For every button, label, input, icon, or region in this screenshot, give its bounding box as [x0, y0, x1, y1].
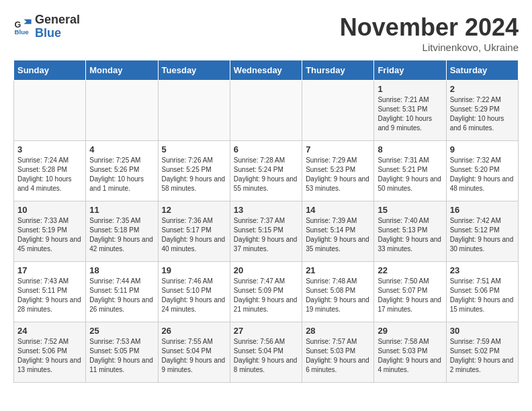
day-info: Sunrise: 7:47 AM Sunset: 5:09 PM Dayligh… — [234, 277, 298, 314]
month-title: November 2024 — [340, 13, 519, 42]
table-row — [86, 81, 158, 141]
day-number: 25 — [89, 326, 154, 336]
day-number: 30 — [450, 326, 515, 336]
table-row: 25Sunrise: 7:53 AM Sunset: 5:05 PM Dayli… — [86, 322, 158, 383]
day-number: 11 — [89, 205, 154, 215]
day-info: Sunrise: 7:28 AM Sunset: 5:24 PM Dayligh… — [234, 156, 298, 193]
day-number: 15 — [378, 205, 442, 215]
table-row: 19Sunrise: 7:46 AM Sunset: 5:10 PM Dayli… — [158, 262, 230, 322]
day-info: Sunrise: 7:26 AM Sunset: 5:25 PM Dayligh… — [162, 156, 226, 193]
table-row — [158, 81, 230, 141]
day-info: Sunrise: 7:24 AM Sunset: 5:28 PM Dayligh… — [17, 156, 82, 193]
day-info: Sunrise: 7:21 AM Sunset: 5:31 PM Dayligh… — [378, 95, 442, 133]
table-row — [14, 81, 86, 141]
header-friday: Friday — [374, 60, 446, 81]
day-info: Sunrise: 7:42 AM Sunset: 5:12 PM Dayligh… — [450, 216, 515, 254]
table-row: 20Sunrise: 7:47 AM Sunset: 5:09 PM Dayli… — [230, 262, 302, 322]
table-row: 30Sunrise: 7:59 AM Sunset: 5:02 PM Dayli… — [446, 322, 518, 383]
table-row: 3Sunrise: 7:24 AM Sunset: 5:28 PM Daylig… — [14, 141, 86, 201]
day-info: Sunrise: 7:39 AM Sunset: 5:14 PM Dayligh… — [306, 216, 370, 254]
calendar-week-row: 10Sunrise: 7:33 AM Sunset: 5:19 PM Dayli… — [14, 201, 519, 262]
table-row — [230, 81, 302, 141]
day-number: 21 — [306, 265, 370, 275]
table-row: 17Sunrise: 7:43 AM Sunset: 5:11 PM Dayli… — [14, 262, 86, 322]
table-row: 21Sunrise: 7:48 AM Sunset: 5:08 PM Dayli… — [302, 262, 374, 322]
day-info: Sunrise: 7:43 AM Sunset: 5:11 PM Dayligh… — [17, 277, 82, 314]
table-row: 9Sunrise: 7:32 AM Sunset: 5:20 PM Daylig… — [446, 141, 518, 201]
calendar-header-row: Sunday Monday Tuesday Wednesday Thursday… — [14, 60, 519, 81]
day-info: Sunrise: 7:37 AM Sunset: 5:15 PM Dayligh… — [234, 216, 298, 254]
day-info: Sunrise: 7:55 AM Sunset: 5:04 PM Dayligh… — [162, 337, 226, 375]
day-number: 4 — [89, 144, 154, 154]
table-row: 26Sunrise: 7:55 AM Sunset: 5:04 PM Dayli… — [158, 322, 230, 383]
day-info: Sunrise: 7:36 AM Sunset: 5:17 PM Dayligh… — [162, 216, 226, 254]
table-row: 2Sunrise: 7:22 AM Sunset: 5:29 PM Daylig… — [446, 81, 518, 141]
day-info: Sunrise: 7:56 AM Sunset: 5:04 PM Dayligh… — [234, 337, 298, 375]
table-row: 16Sunrise: 7:42 AM Sunset: 5:12 PM Dayli… — [446, 201, 518, 262]
day-info: Sunrise: 7:59 AM Sunset: 5:02 PM Dayligh… — [450, 337, 515, 375]
table-row: 15Sunrise: 7:40 AM Sunset: 5:13 PM Dayli… — [374, 201, 446, 262]
day-info: Sunrise: 7:52 AM Sunset: 5:06 PM Dayligh… — [17, 337, 82, 375]
day-info: Sunrise: 7:31 AM Sunset: 5:21 PM Dayligh… — [378, 156, 442, 193]
calendar-week-row: 24Sunrise: 7:52 AM Sunset: 5:06 PM Dayli… — [14, 322, 519, 383]
day-number: 2 — [450, 84, 515, 94]
day-number: 14 — [306, 205, 370, 215]
logo: G Blue General Blue — [13, 13, 80, 40]
day-number: 28 — [306, 326, 370, 336]
day-number: 16 — [450, 205, 515, 215]
day-number: 5 — [162, 144, 226, 154]
header-wednesday: Wednesday — [230, 60, 302, 81]
table-row: 12Sunrise: 7:36 AM Sunset: 5:17 PM Dayli… — [158, 201, 230, 262]
table-row: 28Sunrise: 7:57 AM Sunset: 5:03 PM Dayli… — [302, 322, 374, 383]
calendar-week-row: 1Sunrise: 7:21 AM Sunset: 5:31 PM Daylig… — [14, 81, 519, 141]
header-monday: Monday — [86, 60, 158, 81]
day-info: Sunrise: 7:57 AM Sunset: 5:03 PM Dayligh… — [306, 337, 370, 375]
day-info: Sunrise: 7:32 AM Sunset: 5:20 PM Dayligh… — [450, 156, 515, 193]
table-row: 29Sunrise: 7:58 AM Sunset: 5:03 PM Dayli… — [374, 322, 446, 383]
day-info: Sunrise: 7:46 AM Sunset: 5:10 PM Dayligh… — [162, 277, 226, 314]
table-row: 11Sunrise: 7:35 AM Sunset: 5:18 PM Dayli… — [86, 201, 158, 262]
day-number: 27 — [234, 326, 298, 336]
day-number: 23 — [450, 265, 515, 275]
day-number: 1 — [378, 84, 442, 94]
day-info: Sunrise: 7:40 AM Sunset: 5:13 PM Dayligh… — [378, 216, 442, 254]
header-sunday: Sunday — [14, 60, 86, 81]
day-number: 12 — [162, 205, 226, 215]
logo-text: General Blue — [35, 13, 80, 40]
day-number: 20 — [234, 265, 298, 275]
day-number: 10 — [17, 205, 82, 215]
day-number: 19 — [162, 265, 226, 275]
day-info: Sunrise: 7:51 AM Sunset: 5:06 PM Dayligh… — [450, 277, 515, 314]
table-row: 10Sunrise: 7:33 AM Sunset: 5:19 PM Dayli… — [14, 201, 86, 262]
table-row: 13Sunrise: 7:37 AM Sunset: 5:15 PM Dayli… — [230, 201, 302, 262]
table-row: 4Sunrise: 7:25 AM Sunset: 5:26 PM Daylig… — [86, 141, 158, 201]
table-row: 6Sunrise: 7:28 AM Sunset: 5:24 PM Daylig… — [230, 141, 302, 201]
table-row: 27Sunrise: 7:56 AM Sunset: 5:04 PM Dayli… — [230, 322, 302, 383]
header-saturday: Saturday — [446, 60, 518, 81]
day-number: 26 — [162, 326, 226, 336]
location: Litvinenkovo, Ukraine — [340, 42, 519, 53]
day-info: Sunrise: 7:29 AM Sunset: 5:23 PM Dayligh… — [306, 156, 370, 193]
table-row — [302, 81, 374, 141]
page-header: G Blue General Blue November 2024 Litvin… — [13, 13, 519, 53]
svg-text:Blue: Blue — [14, 28, 29, 36]
day-info: Sunrise: 7:25 AM Sunset: 5:26 PM Dayligh… — [89, 156, 154, 193]
day-number: 13 — [234, 205, 298, 215]
day-number: 7 — [306, 144, 370, 154]
day-info: Sunrise: 7:48 AM Sunset: 5:08 PM Dayligh… — [306, 277, 370, 314]
day-info: Sunrise: 7:22 AM Sunset: 5:29 PM Dayligh… — [450, 95, 515, 133]
day-number: 3 — [17, 144, 82, 154]
day-number: 29 — [378, 326, 442, 336]
day-number: 18 — [89, 265, 154, 275]
logo-icon: G Blue — [13, 17, 32, 36]
day-number: 24 — [17, 326, 82, 336]
table-row: 18Sunrise: 7:44 AM Sunset: 5:11 PM Dayli… — [86, 262, 158, 322]
table-row: 5Sunrise: 7:26 AM Sunset: 5:25 PM Daylig… — [158, 141, 230, 201]
day-info: Sunrise: 7:58 AM Sunset: 5:03 PM Dayligh… — [378, 337, 442, 375]
table-row: 14Sunrise: 7:39 AM Sunset: 5:14 PM Dayli… — [302, 201, 374, 262]
table-row: 8Sunrise: 7:31 AM Sunset: 5:21 PM Daylig… — [374, 141, 446, 201]
day-info: Sunrise: 7:53 AM Sunset: 5:05 PM Dayligh… — [89, 337, 154, 375]
table-row: 23Sunrise: 7:51 AM Sunset: 5:06 PM Dayli… — [446, 262, 518, 322]
day-number: 8 — [378, 144, 442, 154]
day-info: Sunrise: 7:50 AM Sunset: 5:07 PM Dayligh… — [378, 277, 442, 314]
